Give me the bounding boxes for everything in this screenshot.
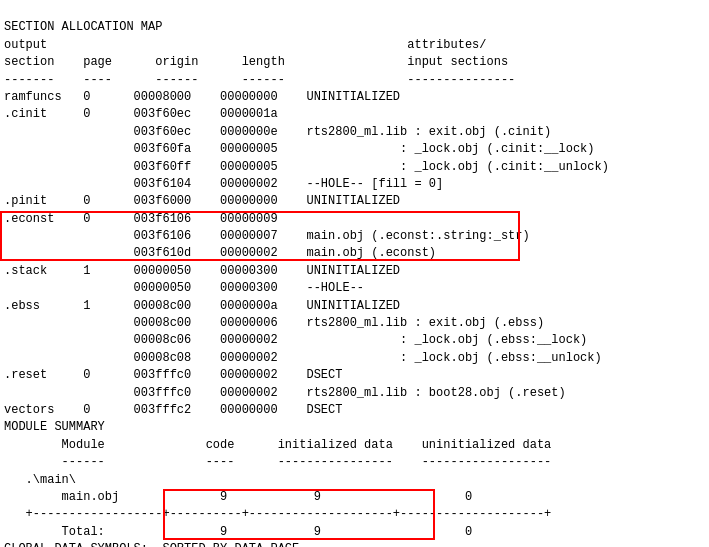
module-table-border: +------------------+----------+---------… — [4, 507, 551, 521]
divider-line: ------- ---- ------ ------ -------------… — [4, 73, 515, 87]
econst-line: .econst 0 003f6106 00000009 — [4, 212, 278, 226]
ebss-sub3: 00008c08 00000002 : _lock.obj (.ebss:__u… — [4, 351, 602, 365]
module-summary-header: MODULE SUMMARY — [4, 420, 105, 434]
module-main-label: .\main\ — [4, 473, 76, 487]
main-container: SECTION ALLOCATION MAP output attributes… — [0, 0, 709, 547]
ebss-line: .ebss 1 00008c00 0000000a UNINITIALIZED — [4, 299, 400, 313]
module-total: Total: 9 9 0 — [4, 525, 472, 539]
cinit-sub2: 003f60fa 00000005 : _lock.obj (.cinit:__… — [4, 142, 595, 156]
pinit-line: .pinit 0 003f6000 00000000 UNINITIALIZED — [4, 194, 400, 208]
cinit-sub1: 003f60ec 0000000e rts2800_ml.lib : exit.… — [4, 125, 551, 139]
module-main-obj: main.obj 9 9 0 — [4, 490, 472, 504]
cinit-sub4: 003f6104 00000002 --HOLE-- [fill = 0] — [4, 177, 443, 191]
output-header: output attributes/ — [4, 38, 486, 52]
econst-sub2: 003f610d 00000002 main.obj (.econst) — [4, 246, 436, 260]
global-data-header: GLOBAL DATA SYMBOLS: SORTED BY DATA PAGE — [4, 542, 299, 547]
reset-line: .reset 0 003fffc0 00000002 DSECT — [4, 368, 342, 382]
vectors-line: vectors 0 003fffc2 00000000 DSECT — [4, 403, 342, 417]
stack-line: .stack 1 00000050 00000300 UNINITIALIZED — [4, 264, 400, 278]
ramfuncs-line: ramfuncs 0 00008000 00000000 UNINITIALIZ… — [4, 90, 400, 104]
econst-sub1: 003f6106 00000007 main.obj (.econst:.str… — [4, 229, 530, 243]
ebss-sub2: 00008c06 00000002 : _lock.obj (.ebss:__l… — [4, 333, 587, 347]
reset-sub1: 003fffc0 00000002 rts2800_ml.lib : boot2… — [4, 386, 566, 400]
ebss-sub1: 00008c00 00000006 rts2800_ml.lib : exit.… — [4, 316, 544, 330]
section-header: section page origin length input section… — [4, 55, 508, 69]
code-content: SECTION ALLOCATION MAP output attributes… — [4, 2, 705, 547]
module-col-divider: ------ ---- ---------------- -----------… — [4, 455, 551, 469]
cinit-line: .cinit 0 003f60ec 0000001a — [4, 107, 278, 121]
title-line: SECTION ALLOCATION MAP — [4, 20, 162, 34]
cinit-sub3: 003f60ff 00000005 : _lock.obj (.cinit:__… — [4, 160, 609, 174]
module-col-header: Module code initialized data uninitializ… — [4, 438, 551, 452]
stack-sub1: 00000050 00000300 --HOLE-- — [4, 281, 364, 295]
